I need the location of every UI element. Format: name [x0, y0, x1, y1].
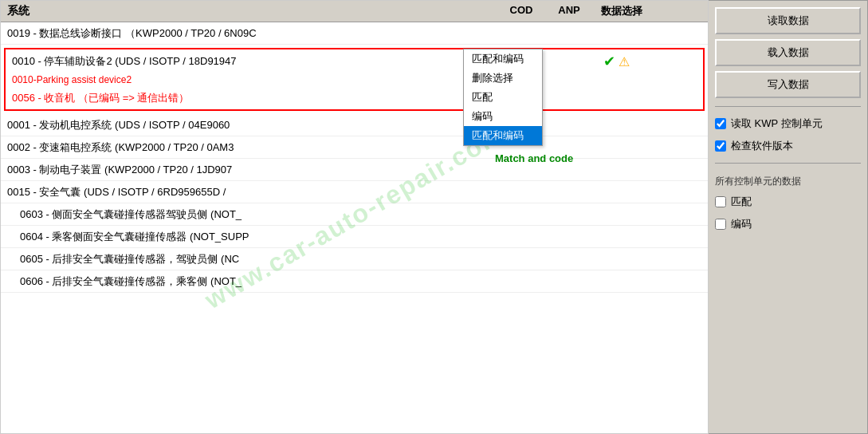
header-row: 系统 COD ANP 数据选择	[1, 1, 708, 22]
item-text: 0019 - 数据总线诊断接口 （KWP2000 / TP20 / 6N09C	[7, 26, 323, 41]
item-text: 0002 - 变速箱电控系统 (KWP2000 / TP20 / 0AM3	[7, 140, 355, 155]
col-cod: COD	[505, 4, 537, 18]
divider-2	[715, 163, 861, 164]
write-data-button[interactable]: 写入数据	[715, 71, 861, 98]
list-item[interactable]: 0001 - 发动机电控系统 (UDS / ISOTP / 04E9060	[1, 114, 708, 136]
checkbox-row-software[interactable]: 检查软件版本	[715, 137, 861, 155]
subtitle-0010: 0010-Parking assist device2	[6, 73, 703, 87]
list-item[interactable]: 0606 - 后排安全气囊碰撞传感器，乘客侧 (NOT_	[1, 270, 708, 293]
dropdown-menu[interactable]: 匹配和编码 删除选择 匹配 编码 匹配和编码	[463, 49, 543, 146]
dropdown-item-delete-select[interactable]: 删除选择	[464, 69, 542, 88]
read-data-button[interactable]: 读取数据	[715, 7, 861, 34]
list-area[interactable]: 0019 - 数据总线诊断接口 （KWP2000 / TP20 / 6N09C …	[1, 22, 708, 433]
main-container: 系统 COD ANP 数据选择 0019 - 数据总线诊断接口 （KWP2000…	[0, 0, 868, 434]
checkbox-row-kwp[interactable]: 读取 KWP 控制单元	[715, 115, 861, 132]
checkbox-match-label: 匹配	[731, 195, 752, 209]
item-text: 0003 - 制动电子装置 (KWP2000 / TP20 / 1JD907	[7, 163, 355, 177]
checkbox-software-label: 检查软件版本	[731, 139, 793, 153]
highlight-item-0056[interactable]: 0056 - 收音机 （已编码 => 通信出错）	[6, 87, 703, 109]
col-anp: ANP	[553, 4, 585, 18]
item-text: 0015 - 安全气囊 (UDS / ISOTP / 6RD959655D /	[7, 185, 355, 199]
item-text: 0606 - 后排安全气囊碰撞传感器，乘客侧 (NOT_	[20, 274, 361, 289]
col-data: 数据选择	[601, 4, 665, 18]
item-text: 0001 - 发动机电控系统 (UDS / ISOTP / 04E9060	[7, 118, 323, 132]
tooltip-label: Match and code	[495, 152, 573, 164]
left-panel: 系统 COD ANP 数据选择 0019 - 数据总线诊断接口 （KWP2000…	[0, 0, 709, 434]
list-item[interactable]: 0604 - 乘客侧面安全气囊碰撞传感器 (NOT_SUPP	[1, 226, 708, 248]
checkbox-software[interactable]	[715, 140, 726, 152]
load-data-button[interactable]: 载入数据	[715, 39, 861, 66]
checkbox-encode-label: 编码	[731, 217, 752, 231]
checkbox-kwp-label: 读取 KWP 控制单元	[731, 116, 823, 131]
list-item[interactable]: 0019 - 数据总线诊断接口 （KWP2000 / TP20 / 6N09C	[1, 22, 708, 45]
checkbox-row-match[interactable]: 匹配	[715, 193, 861, 211]
checkbox-encode[interactable]	[715, 219, 726, 230]
item-text: 0605 - 后排安全气囊碰撞传感器，驾驶员侧 (NC	[20, 252, 361, 266]
dropdown-item-match-and-code[interactable]: 匹配和编码	[464, 49, 542, 69]
checkbox-row-encode[interactable]: 编码	[715, 215, 861, 233]
divider-1	[715, 106, 861, 107]
right-panel: 读取数据 载入数据 写入数据 读取 KWP 控制单元 检查软件版本 所有控制单元…	[709, 0, 868, 434]
item-text: 0604 - 乘客侧面安全气囊碰撞传感器 (NOT_SUPP	[20, 230, 361, 244]
checkbox-kwp[interactable]	[715, 118, 726, 129]
list-item[interactable]: 0605 - 后排安全气囊碰撞传感器，驾驶员侧 (NC	[1, 248, 708, 270]
subtitle-text-0010: 0010-Parking assist device2	[12, 74, 132, 85]
list-item[interactable]: 0003 - 制动电子装置 (KWP2000 / TP20 / 1JD907	[1, 159, 708, 181]
list-item[interactable]: 0015 - 安全气囊 (UDS / ISOTP / 6RD959655D /	[1, 181, 708, 203]
list-item[interactable]: 0603 - 侧面安全气囊碰撞传感器驾驶员侧 (NOT_	[1, 203, 708, 226]
list-item[interactable]: 0002 - 变速箱电控系统 (KWP2000 / TP20 / 0AM3	[1, 136, 708, 159]
warn-icon: ⚠	[619, 54, 630, 69]
check-icon: ✔	[603, 53, 615, 70]
all-control-label: 所有控制单元的数据	[715, 175, 861, 188]
header-cols: COD ANP 数据选择	[505, 4, 665, 18]
dropdown-item-match-code-selected[interactable]: 匹配和编码	[464, 126, 542, 145]
checkbox-match[interactable]	[715, 196, 726, 207]
dropdown-item-encode[interactable]: 编码	[464, 107, 542, 126]
item-text: 0603 - 侧面安全气囊碰撞传感器驾驶员侧 (NOT_	[20, 207, 361, 222]
header-title: 系统	[7, 4, 505, 18]
dropdown-item-match[interactable]: 匹配	[464, 88, 542, 107]
highlight-item-0010[interactable]: 0010 - 停车辅助设备2 (UDS / ISOTP / 18D91947 ✔…	[6, 49, 703, 73]
highlight-box: 0010 - 停车辅助设备2 (UDS / ISOTP / 18D91947 ✔…	[4, 48, 705, 111]
